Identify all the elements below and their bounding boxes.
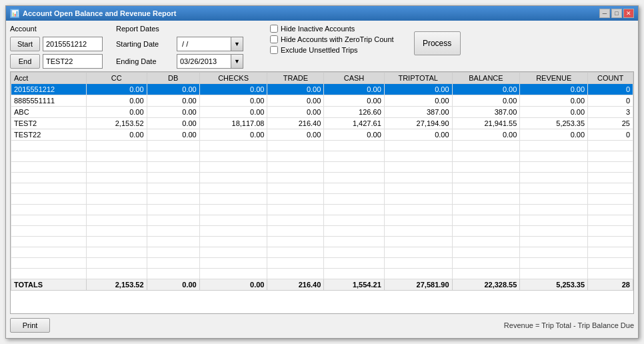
table-cell: 2,153.52 bbox=[87, 118, 147, 129]
table-cell: 0 bbox=[588, 129, 633, 141]
table-cell: 0 bbox=[588, 84, 633, 95]
table-cell: 0.00 bbox=[147, 129, 199, 141]
table-cell: 216.40 bbox=[267, 118, 324, 129]
col-header-cash: CASH bbox=[324, 73, 384, 84]
revenue-formula: Revenue = Trip Total - Trip Balance Due bbox=[504, 321, 634, 329]
totals-trade: 216.40 bbox=[267, 279, 324, 291]
table-cell: 0.00 bbox=[147, 95, 199, 107]
totals-checks: 0.00 bbox=[199, 279, 267, 291]
report-dates-label: Report Dates bbox=[116, 25, 243, 33]
table-row-empty bbox=[11, 269, 633, 279]
table-row[interactable]: ABC0.000.000.000.00126.60387.00387.000.0… bbox=[11, 107, 633, 118]
table-cell: 8885551111 bbox=[11, 95, 87, 107]
totals-revenue: 5,253.35 bbox=[520, 279, 588, 291]
totals-triptotal: 27,581.90 bbox=[384, 279, 452, 291]
totals-balance: 22,328.55 bbox=[452, 279, 520, 291]
table-cell: 0.00 bbox=[199, 84, 267, 95]
table-row[interactable]: 88855511110.000.000.000.000.000.000.000.… bbox=[11, 95, 633, 107]
table-row-empty bbox=[11, 247, 633, 258]
table-row-empty bbox=[11, 237, 633, 247]
table-cell: 0.00 bbox=[199, 95, 267, 107]
totals-count: 28 bbox=[588, 279, 633, 291]
table-row-empty bbox=[11, 162, 633, 173]
end-account-value: TEST22 bbox=[43, 54, 103, 69]
table-cell: 18,117.08 bbox=[199, 118, 267, 129]
col-header-trade: TRADE bbox=[267, 73, 324, 84]
hide-zero-trip-checkbox[interactable] bbox=[270, 35, 278, 43]
table-cell: 0.00 bbox=[267, 95, 324, 107]
table-cell: 0.00 bbox=[324, 84, 384, 95]
table-cell: 0.00 bbox=[452, 95, 520, 107]
totals-label: TOTALS bbox=[11, 279, 87, 291]
col-header-count: COUNT bbox=[588, 73, 633, 84]
maximize-button[interactable]: □ bbox=[611, 9, 622, 18]
table-cell: 0.00 bbox=[147, 84, 199, 95]
close-button[interactable]: ✕ bbox=[623, 9, 634, 18]
table-cell: 0.00 bbox=[520, 129, 588, 141]
table-cell: 0.00 bbox=[452, 129, 520, 141]
ending-date-wrapper: ▼ bbox=[177, 54, 243, 69]
process-button[interactable]: Process bbox=[414, 31, 461, 55]
table-cell: 0.00 bbox=[452, 84, 520, 95]
col-header-revenue: REVENUE bbox=[520, 73, 588, 84]
table-row-empty bbox=[11, 173, 633, 183]
table-row[interactable]: 20155512120.000.000.000.000.000.000.000.… bbox=[11, 84, 633, 95]
table-cell: 0.00 bbox=[87, 107, 147, 118]
table-cell: 0.00 bbox=[520, 107, 588, 118]
ending-date-dropdown[interactable]: ▼ bbox=[231, 55, 243, 68]
table-cell: 0.00 bbox=[324, 95, 384, 107]
minimize-button[interactable]: ─ bbox=[599, 9, 610, 18]
starting-date-input[interactable] bbox=[177, 37, 231, 51]
hide-inactive-checkbox[interactable] bbox=[270, 25, 278, 33]
totals-row: TOTALS 2,153.52 0.00 0.00 216.40 1,554.2… bbox=[11, 279, 633, 291]
col-header-triptotal: TRIPTOTAL bbox=[384, 73, 452, 84]
table-cell: 126.60 bbox=[324, 107, 384, 118]
hide-zero-trip-label: Hide Accounts with ZeroTrip Count bbox=[281, 35, 394, 43]
exclude-unsettled-label: Exclude Unsettled Trips bbox=[281, 46, 358, 54]
table-cell: 2015551212 bbox=[11, 84, 87, 95]
main-window: 📊 Account Open Balance and Revenue Repor… bbox=[5, 5, 639, 339]
col-header-acct: Acct bbox=[11, 73, 87, 84]
col-header-checks: CHECKS bbox=[199, 73, 267, 84]
title-bar: 📊 Account Open Balance and Revenue Repor… bbox=[6, 6, 638, 21]
table-cell: 0.00 bbox=[384, 129, 452, 141]
table-cell: 0.00 bbox=[520, 84, 588, 95]
window-icon: 📊 bbox=[10, 9, 19, 18]
table-cell: 387.00 bbox=[452, 107, 520, 118]
table-cell: TEST2 bbox=[11, 118, 87, 129]
table-cell: 5,253.35 bbox=[520, 118, 588, 129]
table-cell: 0 bbox=[588, 95, 633, 107]
totals-cash: 1,554.21 bbox=[324, 279, 384, 291]
exclude-unsettled-checkbox[interactable] bbox=[270, 46, 278, 54]
table-header-row: Acct CC DB CHECKS TRADE CASH TRIPTOTAL B… bbox=[11, 73, 633, 84]
table-row-empty bbox=[11, 215, 633, 226]
table-cell: ABC bbox=[11, 107, 87, 118]
table-cell: 0.00 bbox=[199, 129, 267, 141]
window-title: Account Open Balance and Revenue Report bbox=[23, 9, 176, 17]
table-cell: 0.00 bbox=[87, 84, 147, 95]
starting-date-dropdown[interactable]: ▼ bbox=[231, 37, 243, 51]
table-row-empty bbox=[11, 141, 633, 151]
table-cell: 0.00 bbox=[267, 129, 324, 141]
data-table-container: Acct CC DB CHECKS TRADE CASH TRIPTOTAL B… bbox=[10, 71, 634, 314]
totals-db: 0.00 bbox=[147, 279, 199, 291]
table-cell: 387.00 bbox=[384, 107, 452, 118]
print-button[interactable]: Print bbox=[10, 318, 50, 333]
starting-date-wrapper: ▼ bbox=[177, 37, 243, 51]
table-row-empty bbox=[11, 194, 633, 205]
table-cell: 0.00 bbox=[87, 95, 147, 107]
table-cell: 0.00 bbox=[384, 84, 452, 95]
end-button[interactable]: End bbox=[10, 54, 40, 69]
ending-date-input[interactable] bbox=[177, 55, 231, 68]
table-row[interactable]: TEST22,153.520.0018,117.08216.401,427.61… bbox=[11, 118, 633, 129]
table-cell: 27,194.90 bbox=[384, 118, 452, 129]
table-row-empty bbox=[11, 183, 633, 194]
table-cell: 0.00 bbox=[520, 95, 588, 107]
table-row[interactable]: TEST220.000.000.000.000.000.000.000.000 bbox=[11, 129, 633, 141]
table-row-empty bbox=[11, 205, 633, 215]
col-header-cc: CC bbox=[87, 73, 147, 84]
starting-date-label: Starting Date bbox=[116, 40, 173, 48]
table-cell: 0.00 bbox=[199, 107, 267, 118]
totals-cc: 2,153.52 bbox=[87, 279, 147, 291]
start-button[interactable]: Start bbox=[10, 37, 40, 51]
